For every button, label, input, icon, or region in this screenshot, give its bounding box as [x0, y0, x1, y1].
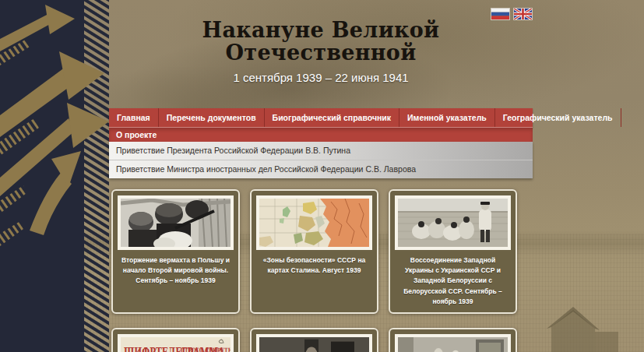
card-delegation-table[interactable] — [389, 328, 517, 352]
security-zones-map-photo — [256, 195, 372, 250]
card-wehrmacht-invasion[interactable]: Вторжение вермахта в Польшу и начало Вто… — [111, 189, 240, 314]
card-caption: «Зоны безопасности» СССР на картах Стали… — [258, 255, 371, 276]
card-reunification[interactable]: Воссоединение Западной Украины с Украинс… — [389, 189, 517, 314]
card-cipher-telegram[interactable]: ШИФРТЕЛЕГРАММА СТРОГО СЕКРЕТНО — [111, 328, 240, 352]
meeting-room-photo — [256, 334, 372, 352]
russian-flag-icon[interactable] — [491, 9, 509, 19]
page-title-line1: Накануне Великой — [109, 19, 533, 41]
site-header: Накануне Великой Отечественной 1 сентябр… — [109, 19, 533, 84]
main-navigation: Главная Перечень документов Биографическ… — [109, 108, 533, 128]
delegation-table-photo — [395, 334, 511, 352]
background-hut-silhouette — [544, 305, 618, 352]
greeting-link-foreign-minister[interactable]: Приветствие Министра иностранных дел Рос… — [109, 160, 533, 178]
nav-item-name-index[interactable]: Именной указатель — [399, 108, 495, 127]
document-cards-grid: Вторжение вермахта в Польшу и начало Вто… — [111, 189, 517, 352]
card-security-zones-map[interactable]: «Зоны безопасности» СССР на картах Стали… — [250, 189, 378, 314]
cipher-telegram-document: ШИФРТЕЛЕГРАММА СТРОГО СЕКРЕТНО — [118, 334, 234, 352]
nav-item-geographical-index[interactable]: Географический указатель — [495, 108, 621, 127]
submenu-item-about-project[interactable]: О проекте — [109, 130, 157, 139]
page-title: Накануне Великой Отечественной — [109, 19, 533, 64]
nav-item-documents-list[interactable]: Перечень документов — [159, 108, 265, 127]
reunification-photo — [395, 195, 511, 250]
greetings-list: Приветствие Президента Российской Федера… — [109, 142, 533, 178]
nav-item-biographical-reference[interactable]: Биографический справочник — [265, 108, 399, 127]
language-switcher — [491, 9, 532, 19]
nav-item-home[interactable]: Главная — [109, 108, 159, 127]
page-title-line2: Отечественной — [109, 41, 533, 64]
page: Накануне Великой Отечественной 1 сентябр… — [0, 0, 644, 352]
card-caption: Воссоединение Западной Украины с Украинс… — [396, 255, 509, 307]
card-meeting-room[interactable] — [250, 328, 378, 352]
greeting-link-president[interactable]: Приветствие Президента Российской Федера… — [109, 142, 533, 160]
wehrmacht-invasion-photo — [118, 195, 234, 250]
card-caption: Вторжение вермахта в Польшу и начало Вто… — [119, 255, 232, 287]
english-flag-icon[interactable] — [514, 9, 532, 19]
page-subtitle: 1 сентября 1939 – 22 июня 1941 — [109, 71, 533, 84]
left-decoration-arrows-panel — [0, 0, 109, 352]
submenu-bar: О проекте — [109, 128, 533, 142]
document-stamp: СТРОГО СЕКРЕТНО — [181, 346, 231, 352]
